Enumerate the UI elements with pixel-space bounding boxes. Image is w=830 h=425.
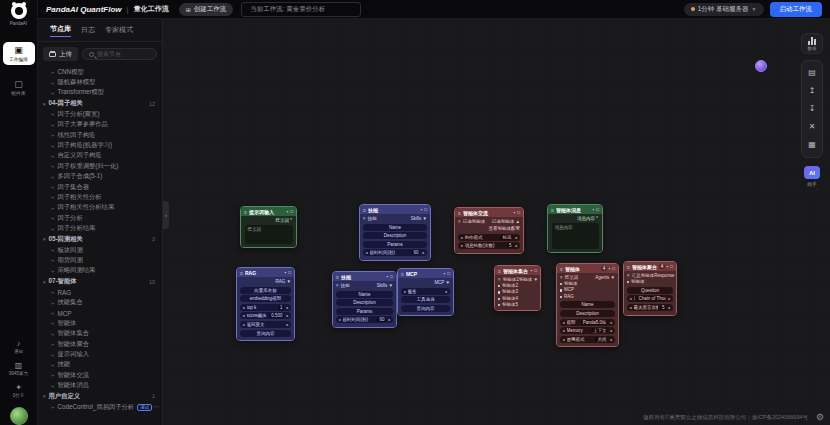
node-run-icon[interactable]: ▪ (593, 207, 595, 212)
stepper-left-icon[interactable]: ◂ (563, 337, 565, 342)
node-stepper-最大发言次数[interactable]: ◂最大发言次数5▸ (627, 304, 673, 311)
tree-item[interactable]: +CodeControl_简易因子分析调试⋯ (38, 402, 162, 412)
node-copy-icon[interactable]: □ (670, 264, 673, 269)
node-mcp[interactable]: ≡MCP▪□MCP ▼◂服务▸工具选择查询内容 (397, 268, 454, 316)
stepper-right-icon[interactable]: ▸ (286, 322, 288, 327)
tree-item[interactable]: +技能集合 (38, 297, 162, 307)
tree-section[interactable]: ▾04-因子相关12 (38, 98, 162, 109)
node-stepper-模型[interactable]: ◂模型Panda5.0版▸ (560, 319, 615, 326)
node-field-embedding模型[interactable]: embedding模型 (240, 295, 291, 302)
node-copy-icon[interactable]: □ (288, 270, 291, 275)
stepper-left-icon[interactable]: ◂ (461, 235, 463, 240)
tree-item[interactable]: +技能 (38, 360, 162, 370)
node-field-向量库名称[interactable]: 向量库名称 (240, 287, 291, 294)
rail-item-component-library[interactable]: ▢组件库 (3, 79, 35, 96)
stepper-right-icon[interactable]: ▸ (286, 313, 288, 318)
node-sub-right[interactable]: Response ▲ (654, 273, 677, 278)
stepper-right-icon[interactable]: ▸ (515, 243, 517, 248)
node-stepper-消息轮数(次数)[interactable]: ◂消息轮数(次数)5▸ (458, 242, 520, 249)
tree-item[interactable]: +因子构造(机器学习) (38, 140, 162, 150)
node-stepper-返回原文[interactable]: ◂返回原文▸ (240, 321, 291, 328)
node-header[interactable]: ≡技能▪□ (360, 205, 430, 214)
rail-item-compute-power[interactable]: ▥9945算力 (9, 361, 28, 376)
tree-item[interactable]: +智能体 (38, 318, 162, 328)
stepper-left-icon[interactable]: ◂ (563, 320, 565, 325)
tree-item[interactable]: +RAG (38, 287, 162, 297)
tree-item[interactable]: +策略回测结果 (38, 266, 162, 276)
node-header[interactable]: ≡技能▪□ (333, 272, 396, 281)
stepper-left-icon[interactable]: ◂ (461, 243, 463, 248)
node-skill-1[interactable]: ≡技能▪□≡技能Skills ▼NameDescriptionParams◂超时… (359, 204, 431, 261)
node-run-icon[interactable]: ▪ (421, 207, 423, 212)
stepper-left-icon[interactable]: ◂ (404, 289, 406, 294)
node-agent-aggregate[interactable]: ≡智能体聚合4▪□≡汇总智能体Response ▲智能体Question◂汇总C… (623, 261, 677, 316)
tree-item[interactable]: +多因子合成(5-1) (38, 172, 162, 182)
node-rag[interactable]: ≡RAG▪□RAG ▼向量库名称embedding模型◂top k1▸◂scor… (236, 267, 295, 341)
node-stepper-score阈值[interactable]: ◂score阈值0.500▸ (240, 312, 291, 319)
node-agent-message[interactable]: ≡智能体消息▪□消息内容 *消息内容 (547, 204, 603, 253)
tab-expert-mode[interactable]: 专家模式 (105, 25, 133, 37)
node-sub-right[interactable]: RAG ▼ (276, 279, 291, 284)
save-icon[interactable]: ▤ (802, 64, 822, 82)
more-menu-icon[interactable]: ⋯ (152, 403, 160, 411)
tree-item[interactable]: +因子大赛参赛作品 (38, 120, 162, 130)
tree-item[interactable]: +CNN模型 (38, 67, 162, 77)
node-prompt-input[interactable]: ≡提示词输入▪□提示词 *提示词 (240, 206, 297, 248)
search-input[interactable] (97, 51, 150, 57)
tab-logs[interactable]: 日志 (81, 25, 95, 37)
node-field-Params[interactable]: Params (336, 308, 393, 315)
tree-item[interactable]: +因子权重调整(归一化) (38, 161, 162, 171)
tab-node-library[interactable]: 节点库 (50, 24, 71, 37)
input-port[interactable]: 智能体5 (495, 302, 540, 308)
ai-assistant-button[interactable]: AI 助手 (804, 166, 820, 187)
tree-item[interactable]: +因子分析结果 (38, 223, 162, 233)
node-run-icon[interactable]: ▪ (531, 268, 533, 273)
tree-item[interactable]: +MCP (38, 308, 162, 318)
stepper-right-icon[interactable]: ▸ (422, 250, 424, 255)
export-icon[interactable]: ↥ (802, 82, 822, 100)
stepper-right-icon[interactable]: ▸ (610, 320, 612, 325)
node-copy-icon[interactable]: □ (612, 266, 615, 271)
node-stepper-汇总[interactable]: ◂汇总Chain of Thought▸ (627, 295, 673, 302)
node-run-icon[interactable]: ▪ (387, 274, 389, 279)
node-field-Name[interactable]: Name (560, 301, 615, 308)
start-workflow-button[interactable]: 启动工作流 (770, 2, 823, 17)
node-sub-right[interactable]: Skills ▼ (377, 283, 393, 288)
tree-item[interactable]: +提示词输入 (38, 349, 162, 359)
node-field-Params[interactable]: Params (363, 241, 427, 248)
tree-item[interactable]: +智能体交流 (38, 370, 162, 380)
tree-section[interactable]: ▾07-智能体10 (38, 276, 162, 287)
tree-item[interactable]: +线性因子构造 (38, 130, 162, 140)
import-icon[interactable]: ↧ (802, 100, 822, 118)
stepper-left-icon[interactable]: ◂ (243, 305, 245, 310)
node-field-Name[interactable]: Name (363, 224, 427, 231)
stepper-right-icon[interactable]: ▸ (610, 337, 612, 342)
tree-item[interactable]: +智能体集合 (38, 329, 162, 339)
tree-item[interactable]: +随机森林模型 (38, 77, 162, 87)
node-run-icon[interactable]: ▪ (287, 209, 289, 214)
tree-item[interactable]: +因子分析 (38, 213, 162, 223)
node-run-icon[interactable]: ▪ (444, 271, 446, 276)
stepper-right-icon[interactable]: ▸ (445, 289, 447, 294)
node-header[interactable]: ≡提示词输入▪□ (241, 207, 296, 216)
stepper-left-icon[interactable]: ◂ (339, 317, 341, 322)
node-field-Description[interactable]: Description (363, 232, 427, 239)
node-textarea[interactable]: 消息内容 (552, 223, 599, 249)
node-stepper-服务[interactable]: ◂服务▸ (401, 288, 450, 295)
tree-item[interactable]: +自定义因子构造 (38, 151, 162, 161)
stepper-right-icon[interactable]: ▸ (668, 296, 670, 301)
node-copy-icon[interactable]: □ (424, 207, 427, 212)
current-workflow-field[interactable]: 当前工作流: 黄金量价分析 (241, 2, 361, 17)
node-run-icon[interactable]: ▪ (667, 264, 669, 269)
tree-item[interactable]: +Transformer模型 (38, 88, 162, 98)
rail-item-workflow-orchestration[interactable]: ▣工作编排 (3, 42, 35, 65)
stepper-left-icon[interactable]: ◂ (563, 328, 565, 333)
node-field-Name[interactable]: Name (336, 291, 393, 298)
node-field-查询内容[interactable]: 查询内容 (240, 330, 291, 337)
delete-icon[interactable]: ✕ (802, 118, 822, 136)
upload-button[interactable]: 上传 (43, 47, 78, 61)
tree-item[interactable]: +智能体消息 (38, 381, 162, 391)
tree-item[interactable]: +因子集合器 (38, 182, 162, 192)
node-agent-collection[interactable]: ≡智能体集合▪□≡智能体1智能体 ▼智能体2智能体3智能体4智能体5 (494, 265, 541, 311)
input-port[interactable]: 智能体 (624, 279, 676, 285)
